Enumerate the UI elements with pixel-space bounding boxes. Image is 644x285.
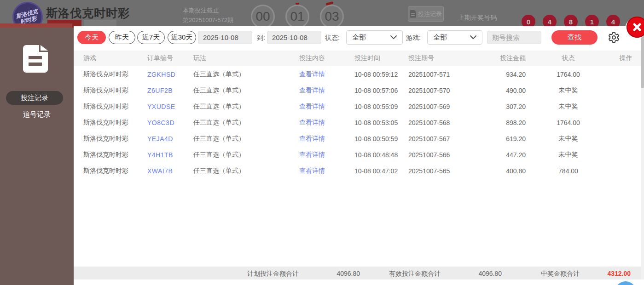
order-code-link[interactable]: YXUDSE <box>147 103 175 110</box>
game-filter-label: 游戏: <box>406 34 421 42</box>
col-status: 状态 <box>526 51 611 66</box>
cell-status: 1764.00 <box>526 66 611 82</box>
cell-game: 斯洛伐克时时彩 <box>74 98 147 114</box>
quick-filter-30days[interactable]: 近30天 <box>168 31 196 44</box>
cell-amount: 400.80 <box>482 163 526 179</box>
order-code-link[interactable]: YEJA4D <box>147 135 173 142</box>
cell-period: 20251007-568 <box>408 114 482 131</box>
countdown-seconds: 03 <box>320 5 344 28</box>
date-to-label: 到: <box>257 34 265 42</box>
order-code-link[interactable]: YO8C3D <box>147 119 174 126</box>
cell-amount: 934.20 <box>482 66 526 82</box>
status-select[interactable]: 全部 <box>346 30 403 45</box>
cell-amount: 898.20 <box>482 114 526 131</box>
cell-status: 未中奖 <box>526 98 611 114</box>
page-header: 斯洛伐克 时时彩 斯洛伐克时时彩 本期投注截止 第20251007-572期 0… <box>0 0 644 28</box>
screen: 斯洛伐克 时时彩 斯洛伐克时时彩 本期投注截止 第20251007-572期 0… <box>0 0 644 285</box>
table-row: 斯洛伐克时时彩 YXUDSE 任三直选（单式） 查看详情 10-08 00:55… <box>74 98 641 114</box>
view-details-link[interactable]: 查看详情 <box>299 167 325 174</box>
quick-filter-7days[interactable]: 近7天 <box>137 31 165 44</box>
cell-amount: 619.20 <box>482 131 526 147</box>
cell-period: 20251007-569 <box>408 98 482 114</box>
table-header-row: 游戏 订单编号 玩法 投注内容 投注时间 投注期号 投注金额 状态 操作 <box>74 51 641 66</box>
cell-action <box>611 98 641 114</box>
status-select-value: 全部 <box>352 33 366 42</box>
order-code-link[interactable]: Y4H1TB <box>147 151 173 159</box>
view-details-link[interactable]: 查看详情 <box>299 70 325 78</box>
view-details-link[interactable]: 查看详情 <box>299 119 325 126</box>
cell-time: 10-08 00:50:59 <box>354 131 408 147</box>
col-time: 投注时间 <box>354 51 408 66</box>
cell-status: 未中奖 <box>526 131 611 147</box>
date-to-input[interactable] <box>267 31 321 44</box>
cell-status: 784.00 <box>526 163 611 179</box>
valid-total-label: 有效投注金额合计 <box>389 270 441 278</box>
cell-action <box>611 82 641 98</box>
order-code-link[interactable]: ZGKHSD <box>147 71 175 78</box>
cell-action <box>611 131 641 147</box>
bet-records-modal: 今天 昨天 近7天 近30天 到: 状态: 全部 游戏: 全部 查找 <box>74 26 644 279</box>
col-period: 投注期号 <box>408 51 482 66</box>
cell-play: 任三直选（单式） <box>193 98 299 114</box>
close-button[interactable] <box>627 17 644 38</box>
cell-time: 10-08 00:59:12 <box>354 66 408 82</box>
cell-play: 任三直选（单式） <box>193 163 299 179</box>
cell-action <box>611 66 641 82</box>
search-button[interactable]: 查找 <box>551 30 598 45</box>
page-bottom-strip <box>74 279 644 285</box>
cell-action <box>611 163 641 179</box>
order-code-link[interactable]: XWAI7B <box>147 167 173 175</box>
cell-game: 斯洛伐克时时彩 <box>74 66 147 82</box>
page-title: 斯洛伐克时时彩 <box>46 6 130 21</box>
cell-time: 10-08 00:55:09 <box>354 98 408 114</box>
view-details-link[interactable]: 查看详情 <box>299 135 325 142</box>
status-filter-label: 状态: <box>325 34 340 42</box>
col-play: 玩法 <box>193 51 299 66</box>
records-table: 游戏 订单编号 玩法 投注内容 投注时间 投注期号 投注金额 状态 操作 斯洛伐… <box>74 51 641 179</box>
game-select[interactable]: 全部 <box>427 30 482 45</box>
table-row: 斯洛伐克时时彩 YO8C3D 任三直选（单式） 查看详情 10-08 00:53… <box>74 114 641 131</box>
col-amount: 投注金额 <box>482 51 526 66</box>
cell-amount: 307.20 <box>482 98 526 114</box>
cell-game: 斯洛伐克时时彩 <box>74 163 147 179</box>
sidebar-item-bet-records[interactable]: 投注记录 <box>6 91 63 105</box>
date-from-input[interactable] <box>198 31 252 44</box>
cell-game: 斯洛伐克时时彩 <box>74 82 147 98</box>
records-doc-icon <box>23 45 48 75</box>
plan-total-value: 4096.80 <box>304 270 360 277</box>
cell-amount: 490.00 <box>482 82 526 98</box>
view-details-link[interactable]: 查看详情 <box>299 86 325 94</box>
table-row: 斯洛伐克时时彩 YEJA4D 任三直选（单式） 查看详情 10-08 00:50… <box>74 131 641 147</box>
cell-time: 10-08 00:47:02 <box>354 163 408 179</box>
col-action: 操作 <box>611 51 641 66</box>
quick-filter-today[interactable]: 今天 <box>77 31 106 44</box>
cell-status: 未中奖 <box>526 147 611 163</box>
sidebar-item-chase-records[interactable]: 追号记录 <box>0 110 74 119</box>
cell-period: 20251007-570 <box>408 82 482 98</box>
cell-play: 任三直选（单式） <box>193 82 299 98</box>
valid-total-value: 4096.80 <box>447 270 502 277</box>
chevron-down-icon <box>470 35 476 40</box>
table-row: 斯洛伐克时时彩 ZGKHSD 任三直选（单式） 查看详情 10-08 00:59… <box>74 66 641 82</box>
cell-time: 10-08 00:53:05 <box>354 114 408 131</box>
period-search-input[interactable] <box>487 31 541 44</box>
win-total-value: 4312.00 <box>585 270 631 277</box>
plan-total-label: 计划投注金额合计 <box>247 270 299 278</box>
bet-record-button-label: 投注记录 <box>418 10 442 18</box>
view-details-link[interactable]: 查看详情 <box>299 103 325 110</box>
cell-status: 1764.00 <box>526 114 611 131</box>
countdown-hours: 00 <box>251 5 275 28</box>
cell-time: 10-08 00:57:06 <box>354 82 408 98</box>
cell-play: 任三直选（单式） <box>193 131 299 147</box>
last-draw-label: 上期开奖号码 <box>458 14 497 22</box>
col-order: 订单编号 <box>147 51 193 66</box>
game-select-value: 全部 <box>433 33 447 42</box>
view-details-link[interactable]: 查看详情 <box>299 151 325 158</box>
settings-gear-icon[interactable] <box>607 30 621 44</box>
cell-play: 任三直选（单式） <box>193 66 299 82</box>
order-code-link[interactable]: Z6UF2B <box>147 87 173 94</box>
cell-period: 20251007-566 <box>408 147 482 163</box>
deadline-label: 本期投注截止 <box>183 6 219 15</box>
quick-filter-yesterday[interactable]: 昨天 <box>109 31 135 44</box>
cell-game: 斯洛伐克时时彩 <box>74 131 147 147</box>
